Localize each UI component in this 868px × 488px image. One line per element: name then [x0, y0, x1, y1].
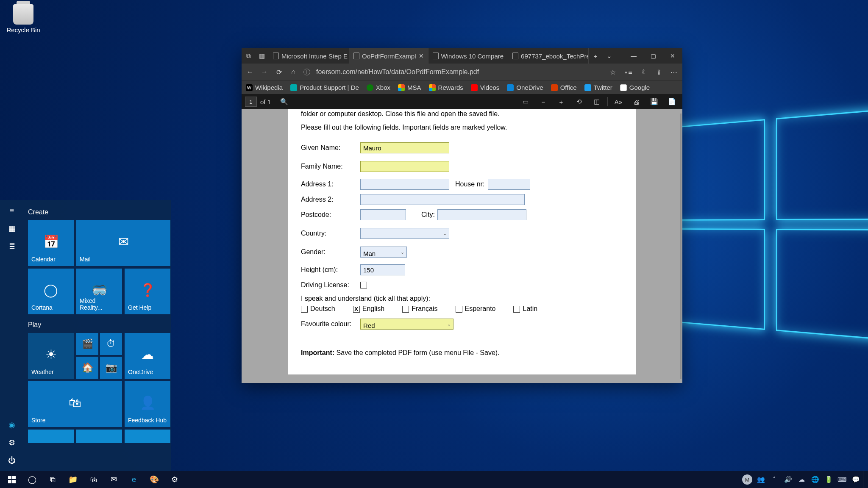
- file-explorer-button[interactable]: 📁: [63, 471, 83, 488]
- people-icon[interactable]: 👥: [754, 471, 767, 488]
- save-as-icon[interactable]: 📄: [665, 94, 679, 109]
- bookmark-msa[interactable]: MSA: [398, 84, 421, 91]
- onedrive-tray-icon[interactable]: ☁: [795, 471, 808, 488]
- battery-icon[interactable]: 🔋: [822, 471, 835, 488]
- search-icon[interactable]: 🔍: [277, 94, 291, 109]
- tab-win10compare[interactable]: Windows 10 Compare: [428, 48, 509, 64]
- scrollbar[interactable]: [680, 114, 682, 379]
- list-icon[interactable]: ≣: [7, 241, 17, 251]
- fit-page-icon[interactable]: ▭: [518, 94, 533, 109]
- input-family-name[interactable]: [360, 161, 449, 172]
- read-aloud-icon[interactable]: A»: [611, 94, 626, 109]
- input-address2[interactable]: [360, 194, 525, 205]
- favorite-star-icon[interactable]: ☆: [609, 68, 617, 76]
- tab-ebook[interactable]: 697737_ebook_TechPre: [508, 48, 589, 64]
- back-button[interactable]: ←: [246, 68, 254, 76]
- clock-icon[interactable]: ⏱: [100, 333, 122, 355]
- checkbox-lang-francais[interactable]: Français: [402, 305, 437, 313]
- more-icon[interactable]: ⋯: [670, 68, 678, 76]
- bookmark-videos[interactable]: Videos: [471, 84, 500, 91]
- store-button[interactable]: 🛍: [83, 471, 103, 488]
- tab-pdfform[interactable]: OoPdfFormExampl✕: [349, 48, 428, 64]
- layout-icon[interactable]: ◫: [590, 94, 604, 109]
- pinned-icon[interactable]: ▦: [7, 224, 17, 233]
- close-window-button[interactable]: ✕: [663, 48, 682, 64]
- tile-get-help[interactable]: ❓Get Help: [125, 269, 170, 314]
- account-icon[interactable]: ◉: [7, 420, 17, 430]
- tile-onedrive[interactable]: ☁OneDrive: [125, 333, 170, 379]
- cortana-button[interactable]: ◯: [22, 471, 42, 488]
- bookmark-product-support[interactable]: Product Support | De: [290, 84, 359, 91]
- tile-weather[interactable]: ☀Weather: [28, 333, 74, 379]
- checkbox-lang-deutsch[interactable]: Deutsch: [301, 305, 335, 313]
- bookmark-google[interactable]: Google: [620, 84, 650, 91]
- select-favourite-colour[interactable]: [360, 319, 453, 330]
- settings-button[interactable]: ⚙: [164, 471, 185, 488]
- input-house-nr[interactable]: [488, 179, 530, 190]
- settings-icon[interactable]: ⚙: [7, 438, 17, 447]
- tile-partial-1[interactable]: [28, 430, 74, 443]
- tab-actions-icon[interactable]: ⧉: [242, 48, 255, 64]
- checkbox-lang-english[interactable]: XEnglish: [353, 305, 384, 313]
- checkbox-driving-license[interactable]: [360, 282, 367, 288]
- movies-icon[interactable]: 🎬: [76, 333, 98, 355]
- bookmark-onedrive[interactable]: OneDrive: [507, 84, 543, 91]
- forward-button[interactable]: →: [260, 68, 269, 76]
- checkbox-lang-esperanto[interactable]: Esperanto: [456, 305, 496, 313]
- hamburger-icon[interactable]: ≡: [7, 206, 17, 215]
- edge-button[interactable]: e: [124, 471, 144, 488]
- tab-preview-icon[interactable]: ▥: [255, 48, 269, 64]
- tile-mixed-reality[interactable]: 🥽Mixed Reality...: [76, 269, 122, 314]
- home-icon[interactable]: 🏠: [76, 357, 98, 379]
- share-icon[interactable]: ⇪: [654, 68, 663, 76]
- zoom-in-icon[interactable]: +: [554, 94, 568, 109]
- new-tab-button[interactable]: +: [589, 48, 602, 64]
- network-icon[interactable]: 🌐: [809, 471, 821, 488]
- tray-chevron-icon[interactable]: ˄: [768, 471, 781, 488]
- bookmark-rewards[interactable]: Rewards: [429, 84, 463, 91]
- bookmark-office[interactable]: Office: [551, 84, 577, 91]
- select-gender[interactable]: [360, 247, 407, 258]
- input-address1[interactable]: [360, 179, 449, 190]
- checkbox-lang-latin[interactable]: Latin: [513, 305, 537, 313]
- refresh-button[interactable]: ⟳: [275, 68, 283, 76]
- tile-store[interactable]: 🛍Store: [28, 381, 122, 427]
- action-center-icon[interactable]: 💬: [849, 471, 862, 488]
- user-avatar[interactable]: M: [741, 471, 754, 488]
- minimize-button[interactable]: —: [624, 48, 643, 64]
- pdf-viewport[interactable]: folder or computer desktop. Close this f…: [242, 109, 682, 383]
- desktop-icon-recycle-bin[interactable]: Recycle Bin: [4, 4, 42, 33]
- print-icon[interactable]: 🖨: [629, 94, 643, 109]
- maximize-button[interactable]: ▢: [643, 48, 663, 64]
- power-icon[interactable]: ⏻: [7, 456, 17, 465]
- tile-partial-2[interactable]: [76, 430, 122, 443]
- tabs-chevron-icon[interactable]: ⌄: [602, 48, 616, 64]
- tile-mail[interactable]: ✉Mail: [76, 220, 170, 266]
- address-bar[interactable]: foersom.com/net/HowTo/data/OoPdfFormExam…: [316, 68, 603, 76]
- tile-cortana[interactable]: ◯Cortana: [28, 269, 74, 314]
- tile-feedback[interactable]: 👤Feedback Hub: [125, 381, 170, 427]
- input-postcode[interactable]: [360, 209, 406, 220]
- tile-media-group[interactable]: 🎬 ⏱ 🏠 📷: [76, 333, 122, 379]
- favorites-list-icon[interactable]: ⋆≡: [624, 68, 632, 76]
- rotate-icon[interactable]: ⟲: [572, 94, 586, 109]
- select-country[interactable]: [360, 228, 449, 239]
- home-button[interactable]: ⌂: [289, 68, 298, 76]
- close-tab-icon[interactable]: ✕: [419, 53, 424, 59]
- show-desktop[interactable]: [863, 471, 866, 488]
- tile-partial-3[interactable]: [125, 430, 170, 443]
- input-given-name[interactable]: [360, 142, 449, 153]
- task-view-button[interactable]: ⧉: [42, 471, 63, 488]
- paint-button[interactable]: 🎨: [144, 471, 164, 488]
- bookmark-xbox[interactable]: Xbox: [367, 84, 390, 91]
- save-icon[interactable]: 💾: [647, 94, 661, 109]
- input-icon[interactable]: ⌨: [836, 471, 849, 488]
- site-info-icon[interactable]: i: [303, 69, 310, 75]
- start-button[interactable]: [2, 471, 22, 488]
- zoom-out-icon[interactable]: −: [536, 94, 551, 109]
- mail-button[interactable]: ✉: [103, 471, 124, 488]
- bookmark-twitter[interactable]: Twitter: [584, 84, 612, 91]
- bookmark-wikipedia[interactable]: WWikipedia: [246, 84, 283, 91]
- camera-icon[interactable]: 📷: [100, 357, 122, 379]
- reading-icon[interactable]: ℓ: [639, 68, 648, 76]
